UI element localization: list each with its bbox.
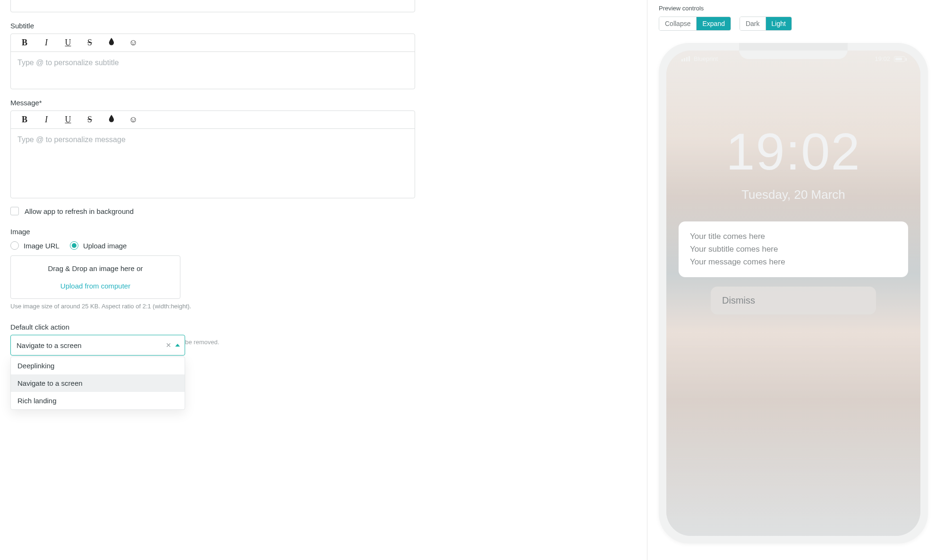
hint-partial-text: be removed.	[185, 339, 441, 346]
dd-option-rich-landing[interactable]: Rich landing	[11, 392, 185, 409]
notification-title: Your title comes here	[690, 230, 897, 243]
chevron-up-icon[interactable]	[175, 344, 180, 347]
collapse-expand-segment: Collapse Expand	[659, 17, 731, 31]
message-input[interactable]: Type @ to personalize message	[11, 129, 415, 198]
phone-notch	[739, 43, 848, 59]
underline-icon[interactable]: U	[64, 38, 72, 48]
dd-option-navigate[interactable]: Navigate to a screen	[11, 374, 185, 392]
expand-button[interactable]: Expand	[696, 17, 730, 30]
subtitle-label: Subtitle	[10, 22, 441, 30]
click-action-select[interactable]: Navigate to a screen ✕	[10, 335, 185, 356]
dark-light-segment: Dark Light	[740, 17, 792, 31]
subtitle-editor: B I U S ☺ Type @ to personalize subtitle	[10, 34, 415, 89]
notification-subtitle: Your subtitle comes here	[690, 243, 897, 255]
preview-controls-label: Preview controls	[659, 5, 933, 12]
upload-image-radio[interactable]: Upload image	[70, 241, 127, 250]
bold-icon[interactable]: B	[20, 38, 29, 48]
dark-button[interactable]: Dark	[740, 17, 765, 30]
image-hint: Use image size of around 25 KB. Aspect r…	[10, 303, 441, 310]
dd-option-deeplinking[interactable]: Deeplinking	[11, 357, 185, 374]
strikethrough-icon[interactable]: S	[85, 38, 94, 48]
status-time: 19:02	[875, 55, 890, 62]
lock-date: Tuesday, 20 March	[666, 187, 920, 202]
italic-icon[interactable]: I	[42, 38, 51, 48]
click-action-label: Default click action	[10, 323, 441, 331]
dropzone-text: Drag & Drop an image here or	[48, 264, 143, 272]
clear-icon[interactable]: ✕	[166, 341, 171, 349]
emoji-icon[interactable]: ☺	[129, 115, 137, 125]
click-action-value: Navigate to a screen	[17, 341, 82, 349]
signal-bars-icon	[681, 56, 690, 61]
subtitle-input[interactable]: Type @ to personalize subtitle	[11, 52, 415, 89]
message-label: Message*	[10, 99, 441, 107]
image-url-radio-label: Image URL	[24, 242, 60, 250]
carrier-label: Blueprint	[694, 55, 718, 62]
notification-message: Your message comes here	[690, 255, 897, 268]
refresh-checkbox[interactable]	[10, 207, 19, 215]
image-label: Image	[10, 228, 441, 236]
lock-clock: 19:02	[666, 121, 920, 181]
upload-image-radio-label: Upload image	[83, 242, 127, 250]
message-editor: B I U S ☺ Type @ to personalize message	[10, 110, 415, 198]
phone-screen: Blueprint 19:02 19:02 Tuesday, 20 March …	[666, 51, 920, 536]
bold-icon[interactable]: B	[20, 115, 29, 125]
click-action-dropdown: Deeplinking Navigate to a screen Rich la…	[10, 356, 185, 410]
dismiss-button[interactable]: Dismiss	[711, 287, 876, 314]
emoji-icon[interactable]: ☺	[129, 38, 137, 48]
collapse-button[interactable]: Collapse	[659, 17, 696, 30]
image-dropzone[interactable]: Drag & Drop an image here or Upload from…	[10, 255, 180, 299]
upload-from-computer-link[interactable]: Upload from computer	[16, 282, 175, 290]
underline-icon[interactable]: U	[64, 115, 72, 125]
italic-icon[interactable]: I	[42, 115, 51, 125]
message-toolbar: B I U S ☺	[11, 111, 415, 129]
phone-preview: Blueprint 19:02 19:02 Tuesday, 20 March …	[659, 43, 928, 543]
title-input-bottom-edge[interactable]	[10, 0, 415, 12]
color-drop-icon[interactable]	[107, 38, 116, 48]
battery-icon	[894, 56, 905, 62]
refresh-checkbox-label: Allow app to refresh in background	[25, 207, 134, 215]
strikethrough-icon[interactable]: S	[85, 115, 94, 125]
color-drop-icon[interactable]	[107, 115, 116, 125]
notification-card: Your title comes here Your subtitle come…	[679, 221, 908, 277]
subtitle-toolbar: B I U S ☺	[11, 34, 415, 52]
light-button[interactable]: Light	[765, 17, 791, 30]
image-url-radio[interactable]: Image URL	[10, 241, 60, 250]
